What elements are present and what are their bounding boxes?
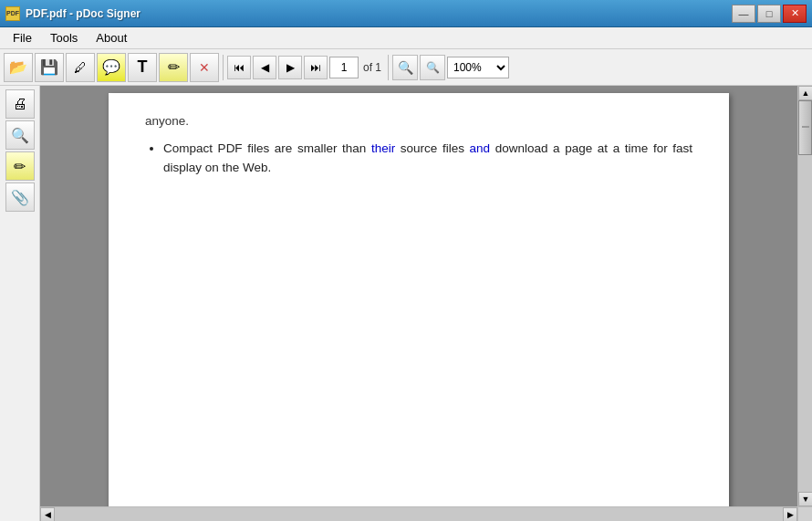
text-button[interactable]: T [128,53,157,82]
prev-page-button[interactable]: ◀ [253,56,276,79]
comment-button[interactable]: 💬 [97,53,126,82]
eraser-button[interactable]: ✕ [190,53,219,82]
vertical-scrollbar[interactable]: ▲ ▼ [797,86,812,506]
previous-text: anyone. [145,111,692,131]
first-page-button[interactable]: ⏮ [227,56,251,79]
main-toolbar: 📂 💾 🖊 💬 T ✏ ✕ ⏮ ◀ ▶ ⏭ of 1 🔍 🔍 100% 50% … [0,49,812,86]
next-page-button[interactable]: ▶ [278,56,302,79]
page-navigation: ⏮ ◀ ▶ ⏭ of 1 [227,56,384,79]
print-icon: 🖨 [13,96,27,112]
minimize-button[interactable]: — [732,5,755,23]
menu-about[interactable]: About [87,28,136,48]
scrollbar-corner [797,506,812,521]
scroll-grip-v [802,126,809,128]
zoom-select[interactable]: 100% 50% 75% 125% 150% 200% [447,57,509,78]
text-icon: T [138,57,148,77]
menu-tools[interactable]: Tools [41,28,87,48]
window-title: PDF.pdf - pDoc Signer [26,7,141,20]
page-total-label: of 1 [360,61,384,74]
scroll-track-h[interactable] [55,507,783,521]
save-button[interactable]: 💾 [35,53,64,82]
search-button[interactable]: 🔍 [5,120,35,150]
app-icon: PDF [5,6,20,21]
left-toolbar: 🖨 🔍 ✏ 📎 [0,86,40,521]
highlight-and: and [470,141,491,155]
horizontal-scrollbar[interactable]: ◀ ▶ [40,506,797,521]
bullet-item-1: Compact PDF files are smaller than their… [163,139,692,178]
comment-icon: 💬 [102,58,120,76]
save-icon: 💾 [40,58,58,76]
menu-bar: File Tools About [0,27,812,49]
pen-icon: ✏ [168,58,180,76]
scroll-left-button[interactable]: ◀ [40,507,55,521]
title-bar: PDF PDF.pdf - pDoc Signer — □ ✕ [0,0,812,27]
open-button[interactable]: 📂 [4,53,33,82]
eraser-icon: ✕ [199,60,210,75]
stamp-button[interactable]: 🖊 [66,53,95,82]
print-button[interactable]: 🖨 [5,89,35,119]
toolbar-separator-2 [388,55,389,80]
sign-button[interactable]: ✏ [5,151,35,181]
sign-icon: ✏ [14,158,26,175]
document-content: anyone. Compact PDF files are smaller th… [145,111,692,178]
zoom-in-button[interactable]: 🔍 [392,55,418,80]
main-layout: 🖨 🔍 ✏ 📎 anyone. Compact PDF files are sm… [0,86,812,521]
zoom-out-button[interactable]: 🔍 [420,55,445,80]
window-controls: — □ ✕ [732,5,807,23]
scroll-down-button[interactable]: ▼ [798,492,812,506]
title-bar-left: PDF PDF.pdf - pDoc Signer [5,6,141,21]
document-scroll[interactable]: anyone. Compact PDF files are smaller th… [40,86,797,506]
maximize-button[interactable]: □ [757,5,781,23]
toolbar-separator-1 [223,55,224,80]
open-icon: 📂 [9,58,27,76]
scroll-right-button[interactable]: ▶ [783,507,797,521]
scroll-up-button[interactable]: ▲ [798,86,812,100]
menu-file[interactable]: File [4,28,41,48]
document-page: anyone. Compact PDF files are smaller th… [109,93,729,506]
highlight-their: their [371,141,395,155]
close-button[interactable]: ✕ [783,5,807,23]
stamp-icon: 🖊 [74,60,87,75]
attach-icon: 📎 [11,189,29,206]
bullet-list: Compact PDF files are smaller than their… [163,139,692,178]
zoom-controls: 🔍 🔍 100% 50% 75% 125% 150% 200% [392,55,509,80]
search-icon: 🔍 [11,127,29,144]
attach-button[interactable]: 📎 [5,182,35,212]
pen-button[interactable]: ✏ [159,53,188,82]
last-page-button[interactable]: ⏭ [304,56,328,79]
document-area: anyone. Compact PDF files are smaller th… [40,86,812,521]
page-number-input[interactable] [329,57,359,78]
scroll-track-v[interactable] [798,100,812,492]
scroll-thumb-v[interactable] [798,100,812,155]
